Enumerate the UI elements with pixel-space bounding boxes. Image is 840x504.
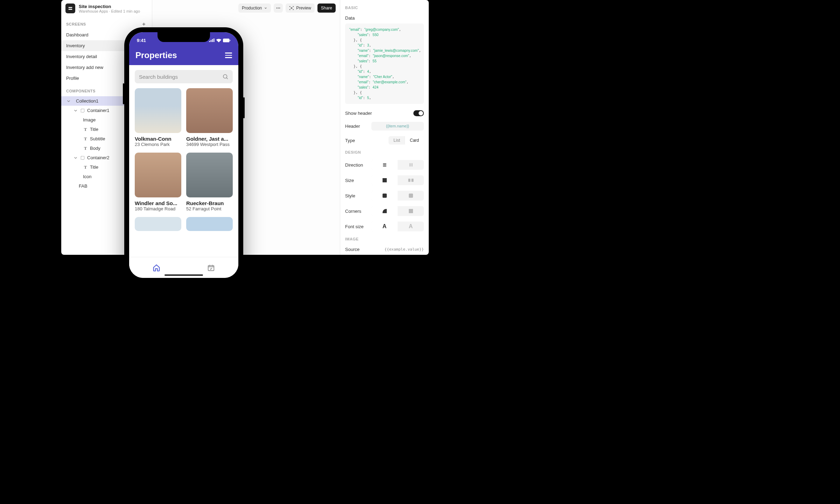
chevron-down-icon — [73, 155, 78, 160]
tree-label: Collection1 — [76, 98, 98, 104]
card-image — [186, 217, 233, 231]
size-option-2[interactable] — [398, 175, 424, 185]
property-card[interactable] — [186, 217, 233, 231]
app-title: Site inspection — [79, 4, 140, 9]
property-card[interactable]: Windler and So... 180 Talmadge Road — [135, 153, 181, 212]
design-section-label: DESIGN — [340, 147, 429, 157]
tree-label: Title — [90, 164, 98, 170]
components-label: COMPONENTS — [66, 89, 96, 93]
screens-label: SCREENS — [66, 22, 86, 26]
top-bar: Production Preview Share — [234, 0, 340, 16]
right-panel: BASIC Data "email": "greg@company.com", … — [340, 0, 429, 255]
font-size-label: Font size — [345, 224, 364, 229]
card-subtitle: 180 Talmadge Road — [135, 206, 181, 212]
type-label: Type — [345, 138, 355, 143]
text-icon: T — [83, 146, 88, 151]
tree-label: Title — [90, 127, 98, 132]
style-label: Style — [345, 193, 355, 198]
data-label: Data — [345, 15, 355, 21]
direction-horizontal[interactable] — [398, 160, 424, 170]
size-option-1[interactable] — [371, 175, 398, 185]
tree-label: Container1 — [87, 108, 110, 113]
corners-segmented — [371, 206, 424, 216]
preview-button[interactable]: Preview — [286, 4, 315, 13]
columns-icon — [408, 162, 413, 167]
menu-button[interactable] — [225, 52, 232, 58]
phone-preview: 9:41 Properties Search buildings Volkman… — [124, 27, 243, 283]
svg-rect-15 — [411, 179, 413, 182]
tree-label: Icon — [83, 174, 92, 179]
svg-rect-0 — [69, 7, 72, 8]
card-title: Goldner, Jast a... — [186, 136, 233, 142]
container-icon — [80, 155, 85, 160]
source-value[interactable]: {{example.value}} — [384, 247, 424, 252]
property-card[interactable]: Volkman-Conn 23 Clemons Park — [135, 88, 181, 148]
style-option-2[interactable] — [398, 191, 424, 201]
share-button[interactable]: Share — [317, 4, 336, 13]
type-segmented: List Card — [388, 136, 424, 145]
home-indicator — [164, 274, 203, 276]
svg-rect-9 — [383, 164, 386, 165]
search-input[interactable]: Search buildings — [135, 70, 233, 83]
tree-label: FAB — [79, 183, 88, 189]
dots-icon — [276, 6, 281, 10]
svg-rect-2 — [81, 109, 84, 112]
card-image — [186, 88, 233, 133]
font-regular[interactable]: A — [371, 222, 398, 231]
text-icon: T — [83, 165, 88, 170]
svg-rect-8 — [383, 163, 386, 164]
property-card[interactable]: Ruecker-Braun 52 Farragut Point — [186, 153, 233, 212]
container-icon — [80, 108, 85, 113]
add-screen-button[interactable] — [141, 21, 147, 27]
corners-square[interactable] — [398, 206, 424, 216]
search-icon — [222, 74, 229, 80]
svg-rect-14 — [408, 179, 410, 182]
preview-label: Preview — [296, 6, 311, 10]
svg-point-7 — [291, 7, 293, 9]
more-button[interactable] — [274, 4, 283, 13]
svg-point-5 — [278, 8, 279, 8]
corners-rounded[interactable] — [371, 206, 398, 216]
phone-notch — [158, 32, 210, 42]
svg-rect-12 — [411, 163, 411, 166]
property-card[interactable]: Goldner, Jast a... 34699 Westport Pass — [186, 88, 233, 148]
card-subtitle: 23 Clemons Park — [135, 142, 181, 148]
header-label: Header — [345, 124, 360, 129]
home-icon[interactable] — [153, 264, 160, 272]
direction-segmented — [371, 160, 424, 170]
chevron-down-icon — [73, 108, 78, 113]
direction-vertical[interactable] — [371, 160, 398, 170]
env-label: Production — [242, 6, 262, 10]
size-segmented — [371, 175, 424, 185]
tree-label: Subtitle — [90, 136, 105, 141]
card-image — [135, 88, 181, 133]
font-size-segmented: A A — [371, 222, 424, 231]
app-logo — [65, 4, 75, 13]
card-image — [135, 217, 181, 231]
card-title: Volkman-Conn — [135, 136, 181, 142]
calendar-icon[interactable] — [207, 264, 215, 272]
type-list-option[interactable]: List — [388, 136, 405, 145]
phone-header: Properties — [129, 48, 238, 65]
data-code-preview[interactable]: "email": "greg@company.com", "sales": 55… — [345, 23, 424, 104]
svg-rect-20 — [223, 38, 229, 42]
style-segmented — [371, 191, 424, 201]
sidebar-header: Site inspection Warehouse Apps · Edited … — [61, 0, 152, 17]
svg-rect-13 — [412, 163, 412, 166]
card-image — [135, 153, 181, 197]
svg-rect-1 — [69, 9, 72, 10]
type-card-option[interactable]: Card — [405, 136, 424, 145]
app-subtitle: Warehouse Apps · Edited 1 min ago — [79, 9, 140, 13]
phone-body: Search buildings Volkman-Conn 23 Clemons… — [129, 65, 238, 257]
image-section-label: IMAGE — [340, 234, 429, 244]
header-input[interactable]: {{item.name}} — [371, 122, 424, 131]
show-header-toggle[interactable] — [413, 110, 424, 116]
font-large[interactable]: A — [398, 222, 424, 231]
svg-rect-11 — [409, 163, 410, 166]
card-image — [186, 153, 233, 197]
phone-title: Properties — [135, 50, 177, 60]
property-card[interactable] — [135, 217, 181, 231]
style-option-1[interactable] — [371, 191, 398, 201]
environment-selector[interactable]: Production — [238, 4, 271, 13]
scan-icon — [289, 6, 294, 10]
